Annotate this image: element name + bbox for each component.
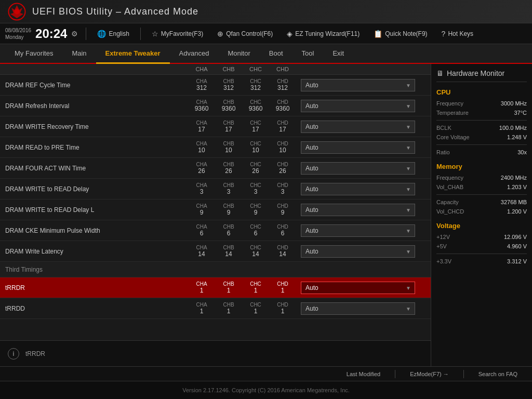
select-wrapper[interactable]: Auto xyxy=(301,282,415,294)
chd-cell: CHD 9 xyxy=(270,203,296,216)
select-wrapper[interactable]: Auto xyxy=(301,183,415,195)
mem-vol-chcd-stat: Vol_CHCD 1.200 V xyxy=(436,208,527,215)
row-control[interactable]: Auto xyxy=(301,204,425,216)
select-wrapper[interactable]: Auto xyxy=(301,204,415,216)
chd-cell: CHD 6 xyxy=(270,224,296,237)
nav-item-extreme-tweaker[interactable]: Extreme Tweaker xyxy=(96,44,170,64)
row-dram-write-recovery[interactable]: DRAM WRITE Recovery Time CHA 17 CHB 17 C… xyxy=(0,116,431,137)
nav-item-main[interactable]: Main xyxy=(62,44,96,64)
row-control[interactable]: Auto xyxy=(301,183,425,195)
auto-select[interactable]: Auto xyxy=(301,141,415,154)
hotkeys-label: Hot Keys xyxy=(448,30,473,37)
channel-values: CHA 1 CHB 1 CHC 1 CHD 1 xyxy=(189,302,296,315)
auto-select[interactable]: Auto xyxy=(301,224,415,237)
row-control[interactable]: Auto xyxy=(301,224,425,237)
row-dram-read-pre[interactable]: DRAM READ to PRE Time CHA 10 CHB 10 CHC … xyxy=(0,137,431,158)
nav-item-monitor[interactable]: Monitor xyxy=(218,44,259,64)
select-wrapper[interactable]: Auto xyxy=(301,302,415,315)
myfavorite-label: MyFavorite(F3) xyxy=(161,30,203,37)
channel-values: CHA 14 CHB 14 CHC 14 CHD 14 xyxy=(189,245,296,258)
auto-select[interactable]: Auto xyxy=(301,121,415,133)
svg-point-2 xyxy=(15,9,20,14)
nav-item-my-favorites[interactable]: My Favorites xyxy=(5,44,62,64)
topbar-myfavorite[interactable]: ☆ MyFavorite(F3) xyxy=(149,28,206,39)
row-trrdr[interactable]: tRRDR CHA 1 CHB 1 CHC 1 CHD 1 xyxy=(0,277,431,298)
auto-select[interactable]: Auto xyxy=(301,245,415,258)
row-dram-write-read-delay-l[interactable]: DRAM WRITE to READ Delay L CHA 9 CHB 9 C… xyxy=(0,200,431,220)
nav-item-boot[interactable]: Boot xyxy=(260,44,292,64)
topbar-ez-tuning[interactable]: ◈ EZ Tuning Wizard(F11) xyxy=(284,28,363,39)
chc-cell: CHC 1 xyxy=(243,302,269,315)
mem-frequency-stat: Frequency 2400 MHz xyxy=(436,175,527,181)
row-dram-four-act[interactable]: DRAM FOUR ACT WIN Time CHA 26 CHB 26 CHC… xyxy=(0,158,431,179)
chd-cell: CHD 1 xyxy=(270,281,296,294)
topbar-hot-keys[interactable]: ? Hot Keys xyxy=(438,28,476,39)
select-wrapper[interactable]: Auto xyxy=(301,224,415,237)
monitor-icon: 🖥 xyxy=(436,69,444,77)
mem-capacity-value: 32768 MB xyxy=(501,199,527,205)
language-label: English xyxy=(109,30,129,37)
v12-label: +12V xyxy=(436,234,450,240)
info-symbol: i xyxy=(13,350,15,357)
settings-icon[interactable]: ⚙ xyxy=(71,30,78,38)
auto-select[interactable]: Auto xyxy=(301,204,415,216)
select-wrapper[interactable]: Auto xyxy=(301,162,415,175)
row-dram-refresh-interval[interactable]: DRAM Refresh Interval CHA 9360 CHB 9360 … xyxy=(0,96,431,116)
v12-value: 12.096 V xyxy=(504,234,527,240)
topbar-sep-2 xyxy=(140,28,141,40)
ez-mode-btn[interactable]: EzMode(F7) → xyxy=(406,370,453,378)
select-wrapper[interactable]: Auto xyxy=(301,79,415,91)
row-control[interactable]: Auto xyxy=(301,121,425,133)
select-wrapper[interactable]: Auto xyxy=(301,121,415,133)
row-dram-write-read-delay[interactable]: DRAM WRITE to READ Delay CHA 3 CHB 3 CHC… xyxy=(0,179,431,200)
channel-values: CHA 3 CHB 3 CHC 3 CHD 3 xyxy=(189,182,296,195)
topbar-quick-note[interactable]: 📋 Quick Note(F9) xyxy=(370,28,430,39)
cha-cell: CHA 1 xyxy=(189,281,215,294)
quick-note-label: Quick Note(F9) xyxy=(385,30,427,37)
auto-select[interactable]: Auto xyxy=(301,100,415,112)
chd-cell: CHD 3 xyxy=(270,182,296,195)
auto-select[interactable]: Auto xyxy=(301,183,415,195)
topbar-sep-1 xyxy=(86,28,86,40)
select-wrapper[interactable]: Auto xyxy=(301,141,415,154)
topbar-qfan[interactable]: ⊕ Qfan Control(F6) xyxy=(214,28,276,39)
row-control[interactable]: Auto xyxy=(301,100,425,112)
datetime-area: 08/08/2016Monday 20:24 ⚙ xyxy=(5,26,78,41)
row-control[interactable]: Auto xyxy=(301,282,425,294)
chb-cell: CHB 1 xyxy=(216,302,242,315)
row-label: DRAM REF Cycle Time xyxy=(5,82,189,89)
mem-vol-chab-label: Vol_CHAB xyxy=(436,184,463,190)
select-wrapper[interactable]: Auto xyxy=(301,245,415,258)
nav-item-exit[interactable]: Exit xyxy=(323,44,353,64)
row-dram-ref-cycle[interactable]: DRAM REF Cycle Time CHA 312 CHB 312 CHC … xyxy=(0,75,431,96)
auto-select[interactable]: Auto xyxy=(301,282,415,294)
nav-item-advanced[interactable]: Advanced xyxy=(170,44,219,64)
row-dram-write-latency[interactable]: DRAM Write Latency CHA 14 CHB 14 CHC 14 … xyxy=(0,241,431,262)
channel-values: CHA 10 CHB 10 CHC 10 CHD 10 xyxy=(189,141,296,154)
auto-select[interactable]: Auto xyxy=(301,79,415,91)
last-modified-btn[interactable]: Last Modified xyxy=(342,370,384,378)
mem-capacity-stat: Capacity 32768 MB xyxy=(436,199,527,205)
row-control[interactable]: Auto xyxy=(301,79,425,91)
sidebar-title: 🖥 Hardware Monitor xyxy=(436,69,527,82)
row-control[interactable]: Auto xyxy=(301,162,425,175)
topbar-language[interactable]: 🌐 English xyxy=(94,28,132,39)
row-dram-cke-min[interactable]: DRAM CKE Minimum Pulse Width CHA 6 CHB 6… xyxy=(0,220,431,241)
nav-item-tool[interactable]: Tool xyxy=(292,44,324,64)
row-control[interactable]: Auto xyxy=(301,245,425,258)
row-control[interactable]: Auto xyxy=(301,141,425,154)
auto-select[interactable]: Auto xyxy=(301,302,415,315)
row-label: DRAM WRITE to READ Delay L xyxy=(5,206,189,214)
row-control[interactable]: Auto xyxy=(301,302,425,315)
chd-cell: CHD 312 xyxy=(270,78,296,91)
row-label: DRAM READ to PRE Time xyxy=(5,144,189,151)
search-faq-btn[interactable]: Search on FAQ xyxy=(474,370,522,378)
chc-cell: CHC 14 xyxy=(243,245,269,258)
select-wrapper[interactable]: Auto xyxy=(301,100,415,112)
tooltip-text: tRRDR xyxy=(25,350,45,357)
cha-cell: CHA 26 xyxy=(189,162,215,175)
auto-select[interactable]: Auto xyxy=(301,162,415,175)
chd-cell: CHD 9360 xyxy=(270,99,296,112)
voltage-33v-stat: +3.3V 3.312 V xyxy=(436,258,527,264)
row-trrdd[interactable]: tRRDD CHA 1 CHB 1 CHC 1 CHD 1 xyxy=(0,298,431,319)
